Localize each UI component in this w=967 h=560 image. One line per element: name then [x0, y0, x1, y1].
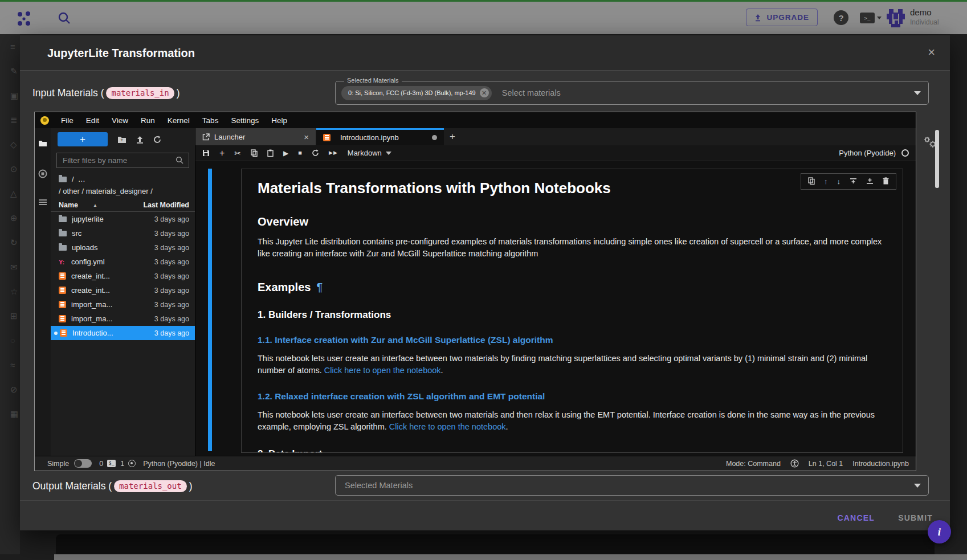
material-chip[interactable]: 0: Si, Silicon, FCC (Fd-3m) 3D (Bulk), m…	[341, 86, 492, 100]
background-sidebar-icon: ◇	[10, 140, 17, 149]
file-list-header[interactable]: Name ▲ Last Modified	[51, 198, 195, 212]
paste-cells-icon[interactable]	[267, 149, 274, 157]
insert-cell-above-icon[interactable]	[850, 178, 857, 186]
file-row-config-yml[interactable]: Y:config.yml3 days ago	[51, 255, 195, 269]
sort-ascending-icon: ▲	[93, 203, 97, 208]
info-fab[interactable]: i	[928, 520, 951, 543]
lightbulb-icon[interactable]	[40, 116, 49, 125]
simple-mode-toggle[interactable]	[74, 459, 92, 468]
file-browser-tab-icon[interactable]	[38, 140, 47, 147]
notebook-icon	[59, 301, 66, 308]
cancel-button[interactable]: CANCEL	[837, 508, 875, 528]
background-sidebar-icon: ⊞	[10, 312, 18, 321]
console-menu-icon[interactable]: >_	[860, 13, 882, 23]
jupyter-menubar-items: FileEditViewRunKernelTabsSettingsHelp	[55, 116, 293, 125]
file-name: import_ma...	[71, 314, 112, 323]
kernel-status-icon[interactable]	[901, 149, 909, 157]
new-launcher-button[interactable]: +	[58, 132, 108, 146]
breadcrumb-ellipsis[interactable]: …	[78, 173, 85, 185]
delete-cell-icon[interactable]	[883, 177, 889, 186]
output-label-suffix: )	[189, 480, 193, 492]
markdown-cell[interactable]: + ↑ ↓	[241, 169, 903, 453]
user-info[interactable]: demo Individual	[910, 7, 961, 26]
menu-settings[interactable]: Settings	[225, 116, 265, 125]
upload-icon[interactable]	[136, 136, 144, 144]
close-icon[interactable]: ×	[928, 45, 935, 60]
file-row-create-int-[interactable]: create_int...3 days ago	[51, 283, 195, 297]
kernel-count[interactable]: 1	[120, 460, 124, 468]
menu-help[interactable]: Help	[265, 116, 293, 125]
file-row-jupyterlite[interactable]: jupyterlite3 days ago	[51, 212, 195, 226]
input-materials-label: Input Materials ( materials_in )	[32, 81, 179, 105]
mode-indicator[interactable]: Mode: Command	[726, 460, 781, 468]
table-of-contents-icon[interactable]	[38, 199, 47, 206]
submit-button[interactable]: SUBMIT	[898, 508, 933, 528]
menu-kernel[interactable]: Kernel	[161, 116, 196, 125]
move-cell-up-icon[interactable]: ↑	[824, 178, 828, 185]
anchor-pilcrow[interactable]: ¶	[316, 281, 323, 293]
file-row-import-ma-[interactable]: import_ma...3 days ago	[51, 297, 195, 312]
filter-files-input[interactable]: Filter files by name	[56, 153, 189, 168]
refresh-icon[interactable]	[153, 136, 161, 144]
new-folder-icon[interactable]: +	[117, 136, 127, 143]
restart-run-all-icon[interactable]: ▶▶	[329, 150, 338, 156]
open-file-dot-icon	[54, 332, 58, 335]
menu-tabs[interactable]: Tabs	[196, 116, 225, 125]
help-icon[interactable]: ?	[834, 10, 848, 25]
tab-close-icon[interactable]: ×	[304, 132, 309, 142]
restart-kernel-icon[interactable]	[312, 149, 319, 157]
new-tab-icon[interactable]: +	[444, 128, 461, 145]
file-row-src[interactable]: src3 days ago	[51, 226, 195, 240]
save-icon[interactable]	[202, 149, 210, 157]
cursor-position[interactable]: Ln 1, Col 1	[809, 460, 843, 468]
app-logo-icon[interactable]	[14, 9, 34, 29]
kernel-status-text[interactable]: Python (Pyodide) | Idle	[143, 460, 215, 468]
svg-text:+: +	[120, 137, 123, 143]
duplicate-cell-icon[interactable]: +	[808, 177, 815, 186]
insert-cell-below-icon[interactable]	[866, 178, 874, 186]
output-materials-select[interactable]: Selected Materials	[335, 475, 929, 496]
menu-view[interactable]: View	[105, 116, 134, 125]
running-sessions-icon[interactable]	[38, 169, 47, 178]
input-materials-select[interactable]: Selected Materials 0: Si, Silicon, FCC (…	[335, 81, 929, 105]
avatar[interactable]	[884, 6, 908, 30]
cut-cells-icon[interactable]: ✂	[234, 149, 241, 157]
select-caret-icon[interactable]	[914, 484, 921, 488]
breadcrumb-path[interactable]: / other / materials_designer /	[59, 185, 188, 197]
file-row-create-int-[interactable]: create_int...3 days ago	[51, 269, 195, 283]
menu-run[interactable]: Run	[134, 116, 161, 125]
terminal-count[interactable]: 0	[99, 460, 103, 468]
cell-type-dropdown[interactable]: Markdown	[348, 149, 391, 157]
folder-icon	[59, 231, 67, 236]
breadcrumb[interactable]: / … / other / materials_designer /	[51, 169, 195, 198]
chip-delete-icon[interactable]: ✕	[480, 88, 489, 97]
menu-file[interactable]: File	[55, 116, 80, 125]
stop-kernel-icon[interactable]: ■	[298, 150, 302, 156]
upgrade-button[interactable]: UPGRADE	[746, 9, 818, 26]
statusbar-filename[interactable]: Introduction.ipynb	[852, 460, 909, 468]
move-cell-down-icon[interactable]: ↓	[837, 178, 841, 185]
breadcrumb-root[interactable]: /	[72, 173, 74, 185]
column-last-modified[interactable]: Last Modified	[143, 201, 189, 209]
tab-introduction-ipynb[interactable]: Introduction.ipynb	[316, 128, 444, 145]
user-name: demo	[910, 7, 961, 17]
file-row-introductio-[interactable]: Introductio...3 days ago	[51, 326, 195, 340]
kernel-name[interactable]: Python (Pyodide)	[839, 149, 896, 157]
run-cell-icon[interactable]: ▶	[283, 150, 288, 157]
tab-launcher[interactable]: Launcher ×	[195, 128, 316, 145]
copy-cells-icon[interactable]	[251, 149, 258, 157]
column-name[interactable]: Name	[59, 201, 78, 209]
search-icon[interactable]	[57, 11, 72, 26]
open-notebook-link-2[interactable]: Click here to open the notebook	[389, 422, 506, 431]
accessibility-icon[interactable]	[790, 459, 799, 468]
select-caret-icon[interactable]	[914, 91, 921, 95]
insert-cell-icon[interactable]: +	[219, 149, 225, 158]
notebook-scroll-area[interactable]: + ↑ ↓	[195, 161, 916, 456]
file-row-import-ma-[interactable]: import_ma...3 days ago	[51, 312, 195, 326]
menu-edit[interactable]: Edit	[80, 116, 105, 125]
modal-scrollbar-thumb[interactable]	[935, 130, 939, 188]
file-row-uploads[interactable]: uploads3 days ago	[51, 240, 195, 255]
selected-cell-indicator[interactable]	[208, 169, 212, 451]
jupyter-menubar: FileEditViewRunKernelTabsSettingsHelp	[35, 112, 916, 128]
open-notebook-link-1[interactable]: Click here to open the notebook	[324, 366, 441, 375]
